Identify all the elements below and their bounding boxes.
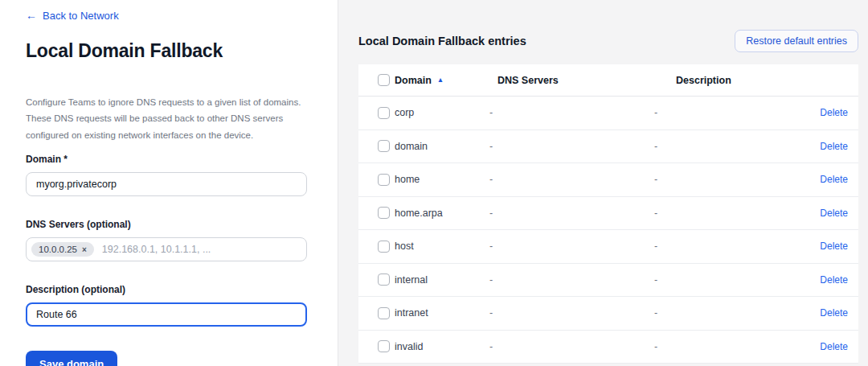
row-checkbox[interactable] [378,273,390,286]
table-row: internal - - Delete [358,264,858,298]
chip-value: 10.0.0.25 [39,245,77,254]
description-cell: - [654,107,794,118]
domain-cell: home [395,174,489,185]
row-checkbox[interactable] [378,174,390,186]
dns-servers-cell: - [489,241,654,252]
row-checkbox[interactable] [378,307,390,319]
row-checkbox[interactable] [378,241,390,253]
column-header-domain[interactable]: Domain ▲ [395,75,444,86]
domain-field-group: Domain * [26,154,307,196]
back-to-network-link[interactable]: ← Back to Network [26,10,119,22]
domain-cell: intranet [395,307,489,319]
dns-servers-cell: - [489,174,654,185]
table-row: domain - - Delete [358,130,858,164]
description-cell: - [654,241,794,252]
table-row: home - - Delete [358,163,858,197]
table-row: home.arpa - - Delete [358,197,858,231]
dns-servers-cell: - [489,141,654,152]
dns-servers-cell: - [489,307,654,319]
delete-link[interactable]: Delete [820,307,848,319]
row-checkbox[interactable] [378,140,390,152]
table-header-row: Domain ▲ DNS Servers Description [358,64,858,97]
row-checkbox[interactable] [378,107,390,119]
table-row: host - - Delete [358,230,858,264]
domain-cell: home.arpa [395,208,489,219]
row-checkbox[interactable] [378,340,390,352]
domain-cell: invalid [395,341,489,352]
table-row: invalid - - Delete [358,331,858,364]
row-checkbox[interactable] [378,207,390,219]
back-link-label: Back to Network [43,10,119,22]
delete-link[interactable]: Delete [820,208,848,219]
arrow-left-icon: ← [26,10,37,21]
save-domain-button[interactable]: Save domain [26,351,117,366]
domain-field-label: Domain * [26,154,307,165]
entries-table: Domain ▲ DNS Servers Description corp - … [358,64,858,364]
page-title: Local Domain Fallback [26,40,307,62]
delete-link[interactable]: Delete [820,174,848,185]
table-row: corp - - Delete [358,97,858,130]
select-all-checkbox[interactable] [378,74,390,86]
domain-cell: domain [395,141,489,152]
dns-servers-cell: - [489,208,654,219]
restore-default-entries-button[interactable]: Restore default entries [735,30,858,52]
delete-link[interactable]: Delete [820,107,848,118]
chip-remove-icon[interactable]: × [82,245,87,254]
dns-server-chip: 10.0.0.25 × [31,242,94,257]
delete-link[interactable]: Delete [820,241,848,252]
settings-panel: ← Back to Network Local Domain Fallback … [0,0,338,366]
page-description: Configure Teams to ignore DNS requests t… [26,94,307,143]
dns-servers-field-label: DNS Servers (optional) [26,219,307,230]
entries-panel: Local Domain Fallback entries Restore de… [338,0,868,366]
dns-servers-input[interactable]: 10.0.0.25 × 192.168.0.1, 10.1.1.1, ... [26,237,307,261]
delete-link[interactable]: Delete [820,141,848,152]
local-domain-fallback-page: ← Back to Network Local Domain Fallback … [0,0,868,366]
dns-servers-placeholder: 192.168.0.1, 10.1.1.1, ... [102,244,211,255]
domain-cell: corp [395,107,489,118]
sort-asc-icon: ▲ [437,76,444,84]
description-cell: - [654,141,794,152]
domain-input[interactable] [26,172,307,196]
domain-cell: host [395,241,489,252]
delete-link[interactable]: Delete [820,274,848,286]
description-cell: - [654,208,794,219]
description-input[interactable] [26,302,307,327]
description-cell: - [654,307,794,319]
domain-column-label: Domain [395,75,432,86]
table-body: corp - - Delete domain - - Delete home -… [358,97,858,364]
delete-link[interactable]: Delete [820,341,848,352]
description-field-group: Description (optional) [26,284,307,327]
dns-servers-field-group: DNS Servers (optional) 10.0.0.25 × 192.1… [26,219,307,261]
domain-cell: internal [395,274,489,286]
column-header-dns-servers: DNS Servers [489,75,654,86]
dns-servers-cell: - [489,341,654,352]
column-header-description: Description [654,75,794,86]
description-cell: - [654,274,794,286]
description-cell: - [654,341,794,352]
description-field-label: Description (optional) [26,284,307,295]
dns-servers-cell: - [489,107,654,118]
entries-title: Local Domain Fallback entries [358,35,526,47]
dns-servers-cell: - [489,274,654,286]
description-cell: - [654,174,794,185]
table-row: intranet - - Delete [358,297,858,331]
entries-header: Local Domain Fallback entries Restore de… [358,0,858,52]
